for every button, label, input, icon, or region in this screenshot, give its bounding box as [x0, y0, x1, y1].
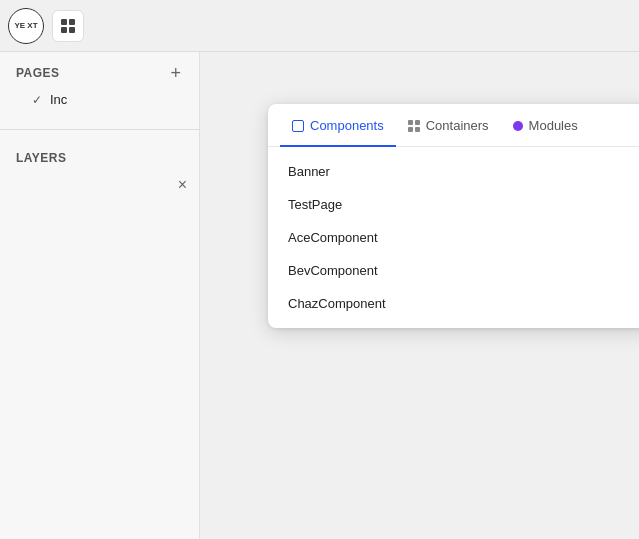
svg-rect-0 — [61, 19, 67, 25]
toolbar: YE XT — [0, 0, 639, 52]
tab-containers-label: Containers — [426, 118, 489, 133]
dropdown-panel: Components Containers Modules Banner Tes… — [268, 104, 639, 328]
tab-components-label: Components — [310, 118, 384, 133]
layers-section: Layers — [0, 138, 199, 173]
list-item[interactable]: Banner — [268, 155, 639, 188]
main-layout: Pages + ✓ Inc × Layers Components — [0, 52, 639, 539]
square-icon — [292, 120, 304, 132]
tab-components[interactable]: Components — [280, 104, 396, 147]
list-item[interactable]: AceComponent — [268, 221, 639, 254]
list-item[interactable]: BevComponent — [268, 254, 639, 287]
grid-icon — [60, 18, 76, 34]
logo-button[interactable]: YE XT — [8, 8, 44, 44]
layers-label: Layers — [16, 151, 66, 165]
svg-rect-1 — [69, 19, 75, 25]
grid-view-button[interactable] — [52, 10, 84, 42]
grid-tab-icon — [408, 120, 420, 132]
logo-text: YE XT — [14, 22, 37, 30]
content-area: Components Containers Modules Banner Tes… — [200, 52, 639, 539]
check-icon: ✓ — [32, 93, 42, 107]
dropdown-list: Banner TestPage AceComponent BevComponen… — [268, 147, 639, 328]
dropdown-tabs: Components Containers Modules — [268, 104, 639, 147]
add-page-button[interactable]: + — [168, 64, 183, 82]
svg-rect-2 — [61, 27, 67, 33]
pages-header: Pages + — [16, 64, 183, 82]
tab-containers[interactable]: Containers — [396, 104, 501, 147]
pages-section: Pages + ✓ Inc — [0, 52, 199, 121]
page-item-label: Inc — [50, 92, 67, 107]
svg-rect-3 — [69, 27, 75, 33]
tab-modules[interactable]: Modules — [501, 104, 590, 147]
dot-icon — [513, 121, 523, 131]
tab-modules-label: Modules — [529, 118, 578, 133]
sidebar: Pages + ✓ Inc × Layers — [0, 52, 200, 539]
list-item[interactable]: TestPage — [268, 188, 639, 221]
close-button[interactable]: × — [178, 176, 187, 194]
list-item[interactable]: ChazComponent — [268, 287, 639, 320]
divider — [0, 129, 199, 130]
pages-label: Pages — [16, 66, 60, 80]
page-item-inc[interactable]: ✓ Inc — [16, 86, 183, 113]
